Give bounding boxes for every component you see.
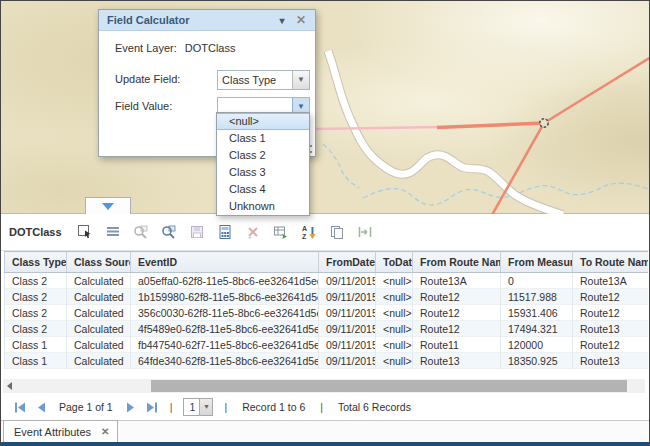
dialog-titlebar[interactable]: Field Calculator ▾ ✕ <box>99 10 315 31</box>
column-header[interactable]: Class Type <box>5 252 67 273</box>
table-cell: <null> <box>376 337 413 353</box>
update-field-value: Class Type <box>222 74 276 86</box>
table-cell: Calculated <box>67 353 131 369</box>
tab-event-attributes[interactable]: Event Attributes ✕ <box>3 420 118 443</box>
table-cell: Calculated <box>67 321 131 337</box>
column-header[interactable]: EventID <box>131 252 319 273</box>
export-table-icon[interactable] <box>270 220 293 244</box>
table-cell: 64fde340-62f8-11e5-8bc6-ee32641d5ec9 <box>131 353 319 369</box>
stream-line <box>323 144 359 188</box>
event-layer-row: Event Layer:DOTClass <box>115 42 236 54</box>
zoom-to-all-icon[interactable] <box>158 220 181 244</box>
table-cell: a05effa0-62f8-11e5-8bc6-ee32641d5ec9 <box>131 273 319 289</box>
table-toolbar: DOTClass <box>1 214 649 251</box>
svg-text:A: A <box>302 225 307 232</box>
route-junction-marker[interactable] <box>540 119 548 127</box>
page-number-value: 1 <box>189 401 195 413</box>
delete-selected-icon[interactable] <box>242 220 265 244</box>
scrollbar-thumb[interactable] <box>151 380 627 392</box>
column-header[interactable]: From Measure <box>501 252 573 273</box>
field-calculator-icon[interactable] <box>214 220 237 244</box>
table-cell: 0 <box>501 273 573 289</box>
column-header[interactable]: To Route Name <box>573 252 649 273</box>
column-header[interactable]: From Route Name <box>413 252 501 273</box>
table-cell: 120000 <box>501 337 573 353</box>
chevron-down-icon[interactable]: ▼ <box>292 71 309 89</box>
table-row[interactable]: Class 2Calculateda05effa0-62f8-11e5-8bc6… <box>5 273 649 289</box>
table-cell: Route13 <box>573 321 649 337</box>
dropdown-option[interactable]: Class 2 <box>217 147 309 164</box>
show-records-icon[interactable] <box>102 220 125 244</box>
separator: | <box>224 401 227 413</box>
bottom-tab-bar: Event Attributes ✕ <box>1 420 649 445</box>
chevron-down-icon[interactable]: ▼ <box>199 399 212 415</box>
column-header[interactable]: Class Source <box>67 252 131 273</box>
table-cell: Route12 <box>573 289 649 305</box>
table-cell: Route13 <box>413 353 501 369</box>
table-cell: <null> <box>376 305 413 321</box>
svg-text:Z: Z <box>302 233 307 240</box>
table-cell: 09/11/2015 <box>319 337 376 353</box>
event-layer-value: DOTClass <box>185 42 236 54</box>
page-indicator: Page 1 of 1 <box>59 401 113 413</box>
table-row[interactable]: Class 2Calculated4f5489e0-62f8-11e5-8bc6… <box>5 321 649 337</box>
sort-az-icon[interactable]: AZ <box>298 220 321 244</box>
route-segment-ne[interactable] <box>544 57 649 123</box>
dropdown-option[interactable]: Class 3 <box>217 164 309 181</box>
chevron-down-icon <box>102 203 114 210</box>
separator: | <box>320 401 323 413</box>
first-page-button[interactable] <box>14 402 26 413</box>
table-row[interactable]: Class 1Calculated64fde340-62f8-11e5-8bc6… <box>5 353 649 369</box>
table-cell: Class 2 <box>5 321 67 337</box>
close-icon[interactable]: ✕ <box>101 426 109 437</box>
close-icon[interactable]: ✕ <box>294 10 308 31</box>
total-records-label: Total 6 Records <box>338 401 411 413</box>
table-cell: Class 1 <box>5 337 67 353</box>
table-cell: Class 2 <box>5 305 67 321</box>
previous-page-button[interactable] <box>36 402 46 413</box>
route-segment-faded[interactable] <box>316 127 439 129</box>
table-body: Class 2Calculateda05effa0-62f8-11e5-8bc6… <box>5 273 649 369</box>
scroll-left-icon[interactable] <box>7 382 12 390</box>
update-field-combobox[interactable]: Class Type ▼ <box>217 70 310 90</box>
table-cell: 09/11/2015 <box>319 289 376 305</box>
layer-name-label: DOTClass <box>9 226 62 238</box>
column-header[interactable]: ToDate <box>376 252 413 273</box>
column-header[interactable]: FromDate <box>319 252 376 273</box>
dropdown-option[interactable]: Class 1 <box>217 130 309 147</box>
dropdown-option[interactable]: <null> <box>217 113 309 130</box>
table-cell: fb447540-62f7-11e5-8bc6-ee32641d5ec9 <box>131 337 319 353</box>
copy-records-icon[interactable] <box>326 220 349 244</box>
save-icon[interactable] <box>186 220 209 244</box>
table-row[interactable]: Class 2Calculated356c0030-62f8-11e5-8bc6… <box>5 305 649 321</box>
table-cell: Class 2 <box>5 273 67 289</box>
next-page-button[interactable] <box>126 402 136 413</box>
table-cell: 15931.406 <box>501 305 573 321</box>
table-cell: Route11 <box>413 337 501 353</box>
table-cell: Route12 <box>573 305 649 321</box>
table-cell: Class 1 <box>5 353 67 369</box>
table-cell: <null> <box>376 321 413 337</box>
table-cell: 11517.988 <box>501 289 573 305</box>
dropdown-option[interactable]: Unknown <box>217 198 309 215</box>
attribute-table: Class TypeClass SourceEventIDFromDateToD… <box>4 251 648 369</box>
table-cell: Class 2 <box>5 289 67 305</box>
page-number-combobox[interactable]: 1 ▼ <box>183 398 213 416</box>
resize-columns-icon[interactable] <box>354 220 377 244</box>
separator: | <box>170 401 173 413</box>
zoom-to-selected-icon[interactable] <box>130 220 153 244</box>
last-page-button[interactable] <box>146 402 158 413</box>
panel-collapse-handle[interactable] <box>85 197 131 214</box>
table-cell: Route13A <box>413 273 501 289</box>
table-cell: Calculated <box>67 337 131 353</box>
table-row[interactable]: Class 1Calculatedfb447540-62f7-11e5-8bc6… <box>5 337 649 353</box>
table-cell: 09/11/2015 <box>319 321 376 337</box>
table-row[interactable]: Class 2Calculated1b159980-62f8-11e5-8bc6… <box>5 289 649 305</box>
route-segment-highlight[interactable] <box>437 123 544 128</box>
table-cell: 1b159980-62f8-11e5-8bc6-ee32641d5ec9 <box>131 289 319 305</box>
horizontal-scrollbar[interactable] <box>3 379 645 393</box>
select-features-icon[interactable] <box>74 220 97 244</box>
dropdown-option[interactable]: Class 4 <box>217 181 309 198</box>
table-cell: 4f5489e0-62f8-11e5-8bc6-ee32641d5ec9 <box>131 321 319 337</box>
minimize-icon[interactable]: ▾ <box>275 10 289 31</box>
